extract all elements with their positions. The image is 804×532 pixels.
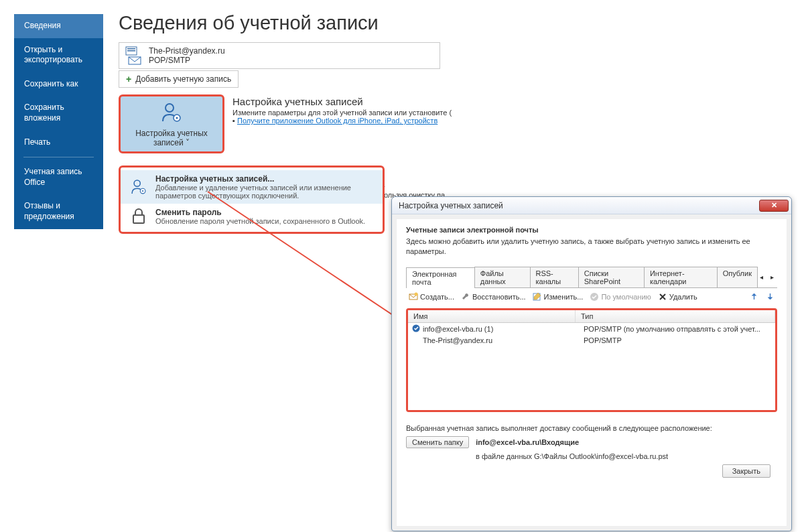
account-settings-dialog: Настройка учетных записей ✕ Учетные запи…: [391, 196, 792, 531]
dialog-header: Учетные записи электронной почты: [406, 226, 777, 234]
delete-icon: [658, 292, 667, 302]
account-settings-dropdown: Настройка учетных записей... Добавление …: [119, 165, 385, 234]
dropdown-item-desc: Добавление и удаление учетных записей ил…: [155, 184, 375, 200]
toolbar-edit-button[interactable]: Изменить...: [533, 292, 584, 302]
toolbar-create-button[interactable]: Создать...: [409, 292, 454, 302]
toolbar-edit-label: Изменить...: [544, 293, 584, 301]
table-row[interactable]: info@excel-vba.ru (1) POP/SMTP (по умолч…: [408, 323, 775, 335]
account-email: The-Prist@yandex.ru: [149, 46, 225, 56]
table-row[interactable]: The-Prist@yandex.ru POP/SMTP: [408, 335, 775, 346]
tab-data-files[interactable]: Файлы данных: [474, 267, 531, 287]
add-account-button[interactable]: + Добавить учетную запись: [119, 70, 239, 88]
dropdown-item-title: Сменить пароль: [155, 208, 222, 217]
svg-rect-10: [133, 215, 144, 223]
dialog-title: Настройка учетных записей: [399, 201, 503, 210]
dropdown-item-desc: Обновление пароля учетной записи, сохран…: [155, 217, 365, 225]
account-type-cell: POP/SMTP: [584, 336, 773, 344]
user-gear-icon: [160, 101, 183, 126]
tab-sharepoint[interactable]: Списки SharePoint: [578, 267, 645, 287]
sidebar-divider: [23, 157, 94, 157]
delivery-text: Выбранная учетная запись выполняет доста…: [406, 424, 777, 432]
sidebar-item-save-attachments[interactable]: Сохранить вложения: [14, 96, 103, 130]
svg-rect-2: [127, 50, 135, 52]
page-title: Сведения об учетной записи: [119, 12, 460, 34]
tab-rss[interactable]: RSS-каналы: [530, 267, 579, 287]
change-folder-button[interactable]: Сменить папку: [406, 436, 469, 448]
account-settings-label: Настройка учетных записей: [125, 129, 218, 147]
accounts-table: Имя Тип info@excel-vba.ru (1) POP/SMTP (…: [406, 308, 777, 412]
backstage-sidebar: Сведения Открыть и экспортировать Сохран…: [14, 14, 103, 229]
section-desc: Измените параметры для этой учетной запи…: [232, 109, 452, 117]
column-name[interactable]: Имя: [408, 310, 576, 322]
account-type-cell: POP/SMTP (по умолчанию отправлять с этой…: [584, 325, 773, 333]
sidebar-item-office-account[interactable]: Учетная запись Office: [14, 160, 103, 194]
account-settings-button[interactable]: Настройка учетных записей: [119, 94, 224, 153]
toolbar-default-label: По умолчанию: [601, 293, 651, 301]
account-name-cell: The-Prist@yandex.ru: [421, 336, 584, 344]
mail-account-icon: [125, 46, 145, 66]
svg-point-13: [415, 292, 418, 295]
lock-icon: [129, 208, 149, 225]
tab-email[interactable]: Электронная почта: [406, 267, 475, 288]
sidebar-item-feedback[interactable]: Отзывы и предложения: [14, 194, 103, 228]
toolbar-repair-label: Восстановить...: [472, 293, 526, 301]
dropdown-item-change-password[interactable]: Сменить пароль Обновление пароля учетной…: [121, 204, 383, 229]
plus-icon: +: [126, 74, 131, 84]
sidebar-item-save-as[interactable]: Сохранить как: [14, 72, 103, 96]
backstage-main: Сведения об учетной записи The-Prist@yan…: [119, 12, 460, 153]
dropdown-item-title: Настройка учетных записей...: [155, 174, 274, 184]
outlook-app-link[interactable]: Получите приложение Outlook для iPhone, …: [237, 117, 438, 125]
default-account-icon: [411, 324, 421, 334]
edit-icon: [533, 292, 542, 302]
toolbar-default-button: По умолчанию: [590, 292, 651, 302]
add-account-label: Добавить учетную запись: [135, 74, 231, 84]
section-title: Настройка учетных записей: [232, 96, 452, 107]
sidebar-item-info[interactable]: Сведения: [14, 14, 103, 38]
column-type[interactable]: Тип: [576, 310, 775, 322]
user-gear-icon: [129, 174, 149, 200]
svg-point-16: [413, 324, 420, 332]
svg-point-6: [176, 117, 178, 119]
svg-point-4: [165, 104, 174, 112]
dialog-tabs: Электронная почта Файлы данных RSS-канал…: [406, 267, 777, 288]
tab-scroll-left-icon[interactable]: ◂: [757, 272, 766, 281]
svg-point-9: [142, 190, 143, 192]
account-settings-description: Настройка учетных записей Измените парам…: [232, 94, 452, 153]
delivery-path: info@excel-vba.ru\Входящие: [476, 438, 579, 446]
toolbar-repair-button[interactable]: Восстановить...: [461, 292, 526, 302]
move-up-icon[interactable]: 🠅: [749, 292, 758, 302]
dialog-subtext: Здесь можно добавить или удалить учетную…: [406, 237, 777, 257]
check-circle-icon: [590, 292, 599, 302]
toolbar-delete-button[interactable]: Удалить: [658, 292, 697, 302]
current-account-box[interactable]: The-Prist@yandex.ru POP/SMTP: [119, 42, 440, 69]
delivery-file: в файле данных G:\Файлы Outlook\info@exc…: [476, 452, 668, 460]
close-icon[interactable]: ✕: [759, 200, 789, 212]
tab-scroll-right-icon[interactable]: ▸: [768, 272, 777, 281]
account-protocol: POP/SMTP: [149, 56, 225, 65]
accounts-toolbar: Создать... Восстановить... Изменить... П…: [406, 288, 777, 306]
toolbar-create-label: Создать...: [420, 293, 454, 301]
new-mail-icon: [409, 292, 418, 302]
dropdown-item-account-settings[interactable]: Настройка учетных записей... Добавление …: [121, 170, 383, 204]
wrench-icon: [461, 292, 470, 302]
sidebar-item-print[interactable]: Печать: [14, 131, 103, 155]
dialog-close-button[interactable]: Закрыть: [722, 464, 770, 478]
sidebar-item-open-export[interactable]: Открыть и экспортировать: [14, 38, 103, 72]
svg-point-7: [134, 180, 140, 186]
delivery-location: Выбранная учетная запись выполняет доста…: [406, 424, 777, 460]
account-name-cell: info@excel-vba.ru (1): [421, 325, 584, 333]
tab-internet-calendars[interactable]: Интернет-календари: [644, 267, 718, 287]
dialog-titlebar[interactable]: Настройка учетных записей ✕: [392, 197, 791, 214]
svg-rect-1: [127, 48, 135, 50]
tab-published[interactable]: Опублик: [717, 267, 758, 287]
toolbar-delete-label: Удалить: [669, 293, 697, 301]
move-down-icon[interactable]: 🠇: [765, 292, 775, 302]
